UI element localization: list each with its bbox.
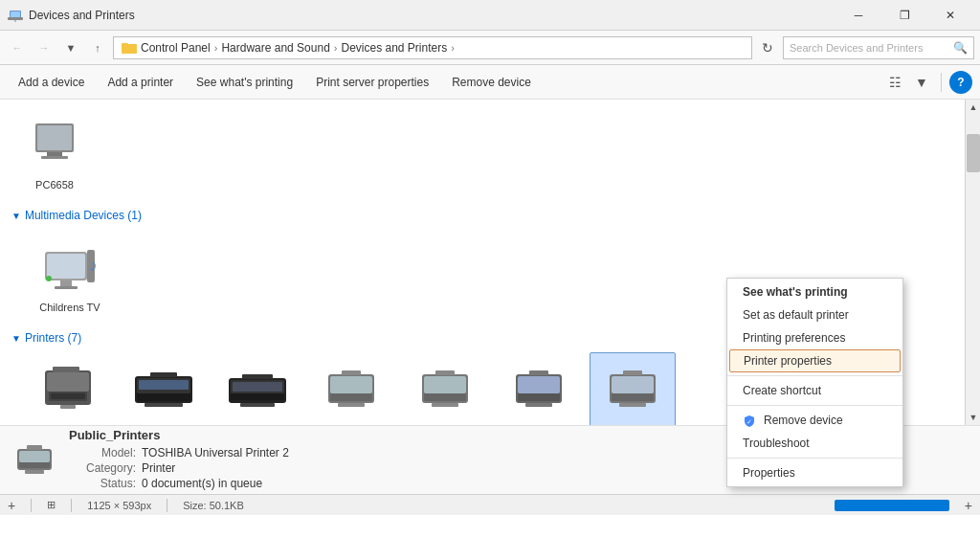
add-device-button[interactable]: Add a device: [8, 69, 95, 96]
printers-chevron: ▼: [11, 333, 21, 344]
device-pc6658[interactable]: PC6658: [11, 107, 98, 197]
svg-rect-27: [145, 403, 183, 407]
printers-label: Printers (7): [25, 331, 81, 345]
forward-button[interactable]: →: [33, 36, 56, 59]
ctx-properties[interactable]: Properties: [727, 461, 902, 484]
see-printing-button[interactable]: See what's printing: [186, 69, 303, 96]
svg-rect-38: [338, 403, 365, 407]
device-onenote[interactable]: OneNote: [496, 352, 582, 425]
info-name: Public_Printers: [69, 428, 289, 442]
svg-rect-36: [330, 376, 372, 393]
svg-rect-7: [37, 125, 72, 150]
svg-rect-56: [19, 451, 50, 462]
close-button[interactable]: ✕: [928, 0, 972, 31]
refresh-button[interactable]: ↻: [756, 36, 779, 59]
hp-envy-label: HPFE7E05 (HP ENVY 4500 series): [221, 424, 294, 425]
device-public-printers[interactable]: Public_P...: [590, 352, 676, 425]
info-status-row: Status: 0 document(s) in queue: [69, 477, 289, 490]
path-devices[interactable]: Devices and Printers: [341, 41, 447, 55]
multimedia-section-header[interactable]: ▼ Multimedia Devices (1): [11, 209, 953, 222]
svg-rect-42: [424, 393, 466, 401]
back-button[interactable]: ←: [6, 36, 29, 59]
up-button[interactable]: ↑: [86, 36, 109, 59]
device-fax[interactable]: Fax: [27, 352, 113, 425]
ctx-sep2: [727, 405, 902, 406]
public-printers-label: Public_P...: [608, 424, 657, 425]
hp-officejet-label: HP5C71EB (HP Officejet Pro 8610): [127, 424, 200, 425]
window-icon: [8, 8, 23, 23]
svg-rect-21: [53, 367, 79, 372]
svg-rect-25: [139, 380, 189, 390]
svg-rect-59: [27, 445, 42, 450]
ctx-create-shortcut[interactable]: Create shortcut: [727, 379, 902, 402]
svg-rect-16: [55, 286, 78, 289]
sep1: ›: [214, 42, 218, 54]
view-button[interactable]: ☷: [883, 71, 906, 94]
toolbar-right: ☷ ▼ ?: [883, 71, 972, 94]
svg-rect-9: [41, 156, 68, 159]
ms-print-pdf-label: Microsoft Print to PDF: [315, 424, 388, 425]
status-sep3: [167, 499, 167, 512]
svg-rect-15: [60, 280, 72, 286]
remove-device-button[interactable]: Remove device: [441, 69, 542, 96]
status-zoom-button[interactable]: +: [965, 498, 972, 513]
path-control-panel[interactable]: Control Panel: [141, 41, 211, 55]
ctx-printer-props[interactable]: Printer properties: [729, 349, 901, 372]
ctx-troubleshoot[interactable]: Troubleshoot: [727, 432, 902, 455]
info-category-row: Category: Printer: [69, 461, 289, 475]
svg-rect-52: [612, 393, 654, 401]
address-path[interactable]: Control Panel › Hardware and Sound › Dev…: [113, 36, 752, 59]
view-dropdown-button[interactable]: ▼: [910, 71, 933, 94]
ctx-printing-prefs[interactable]: Printing preferences: [727, 326, 902, 349]
scroll-down-button[interactable]: ▼: [966, 410, 980, 425]
folder-icon: [122, 40, 137, 56]
svg-rect-47: [518, 393, 560, 401]
svg-rect-34: [242, 374, 273, 379]
hp-envy-icon: [227, 359, 288, 420]
svg-rect-1: [11, 11, 20, 18]
svg-rect-22: [60, 405, 76, 409]
svg-rect-37: [330, 393, 372, 401]
scroll-thumb[interactable]: [967, 134, 980, 172]
pc-icon: [24, 114, 85, 175]
device-hp-officejet[interactable]: HP5C71EB (HP Officejet Pro 8610): [121, 352, 207, 425]
minimize-button[interactable]: ─: [836, 0, 880, 31]
path-hardware[interactable]: Hardware and Sound: [221, 41, 329, 55]
ctx-remove-device[interactable]: ✓ Remove device: [727, 409, 902, 432]
svg-rect-32: [231, 393, 284, 400]
info-model-label: Model:: [69, 446, 136, 460]
computers-grid: PC6658: [11, 107, 953, 197]
scroll-up-button[interactable]: ▲: [966, 100, 980, 115]
device-childrens-tv[interactable]: ♪ Childrens TV: [27, 230, 113, 320]
device-hp-envy[interactable]: HPFE7E05 (HP ENVY 4500 series): [214, 352, 301, 425]
status-dimensions: 1125 × 593px: [87, 500, 151, 511]
status-add-button[interactable]: +: [8, 498, 15, 513]
svg-point-3: [14, 20, 16, 22]
search-box[interactable]: Search Devices and Printers 🔍: [783, 36, 974, 59]
restore-button[interactable]: ❐: [882, 0, 926, 31]
help-button[interactable]: ?: [949, 71, 972, 94]
status-size: Size: 50.1KB: [183, 500, 244, 511]
device-ms-xps[interactable]: Microsoft XPS Document Writer: [402, 352, 488, 425]
svg-rect-46: [518, 376, 560, 393]
svg-rect-53: [619, 403, 646, 407]
multimedia-chevron: ▼: [11, 211, 21, 221]
public-printers-icon: [602, 359, 663, 420]
title-bar: Devices and Printers ─ ❐ ✕: [0, 0, 980, 31]
info-model-value: TOSHIBA Universal Printer 2: [142, 446, 289, 460]
search-icon[interactable]: 🔍: [953, 41, 968, 55]
window-title: Devices and Printers: [29, 9, 836, 22]
device-ms-print-pdf[interactable]: Microsoft Print to PDF: [308, 352, 394, 425]
dropdown-button[interactable]: ▼: [59, 36, 82, 59]
ctx-set-default[interactable]: Set as default printer: [727, 303, 902, 326]
svg-rect-2: [8, 17, 23, 20]
svg-rect-44: [435, 370, 455, 375]
add-printer-button[interactable]: Add a printer: [97, 69, 184, 96]
info-category-label: Category:: [69, 461, 136, 475]
print-server-button[interactable]: Print server properties: [305, 69, 439, 96]
svg-rect-58: [25, 470, 44, 474]
onenote-label: OneNote: [518, 424, 560, 425]
info-status-label: Status:: [69, 477, 136, 490]
vertical-scrollbar[interactable]: ▲ ▼: [965, 100, 980, 425]
ctx-see-printing[interactable]: See what's printing: [727, 280, 902, 303]
